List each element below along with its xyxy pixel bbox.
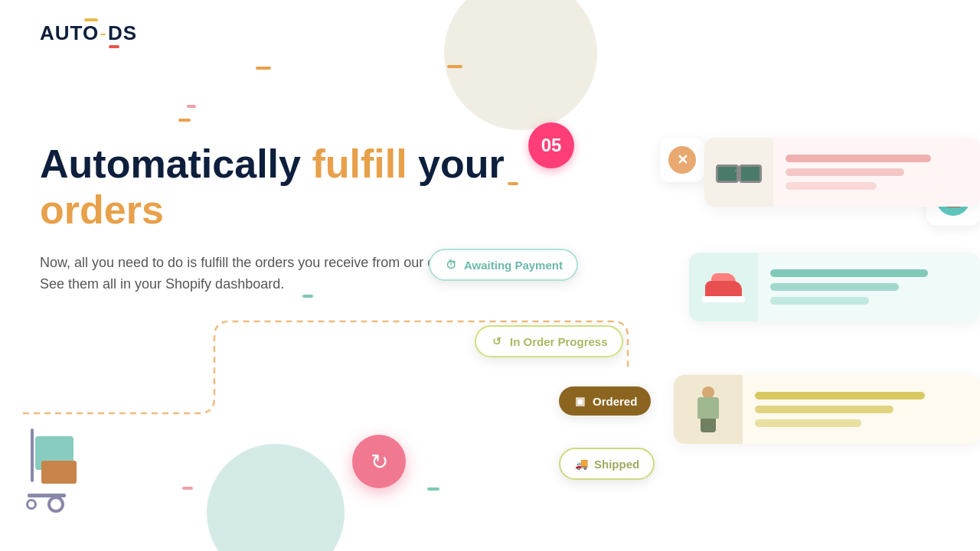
product-card-sunglasses: [704, 138, 980, 207]
deco-dash-3: [447, 65, 462, 68]
product-line-8: [755, 406, 893, 413]
refresh-icon: ↺: [490, 334, 504, 348]
product-line-5: [770, 283, 899, 291]
product-lines-2: [758, 260, 980, 314]
dolly-handle: [31, 429, 34, 482]
sneaker-sole: [702, 296, 745, 302]
ordered-label: Ordered: [593, 395, 637, 408]
x-icon: ✕: [677, 152, 688, 168]
shipped-label: Shipped: [594, 458, 639, 471]
deco-circle-large: [444, 0, 597, 130]
dolly-box2: [41, 461, 77, 484]
products-area: 05 ✕ 📋 ⏱ Awaiting Payment: [429, 122, 980, 551]
product-line-6: [770, 297, 869, 305]
status-awaiting-badge: ⏱ Awaiting Payment: [429, 249, 578, 281]
dolly-wheel-small: [26, 499, 37, 510]
logo-dash: -: [100, 21, 107, 44]
deco-dash-2: [178, 119, 191, 122]
sneaker-icon: [702, 272, 745, 302]
product-line-7: [755, 392, 925, 399]
x-circle-icon: ✕: [668, 146, 696, 174]
product-line-1: [786, 155, 931, 162]
hero-title-part1: Automatically: [40, 142, 312, 186]
product-lines-1: [773, 145, 980, 199]
awaiting-label: Awaiting Payment: [464, 259, 563, 272]
product-card-clothing: [674, 375, 980, 444]
logo: AUTO-DS: [40, 21, 137, 45]
hero-title-highlight: fulfill: [312, 142, 407, 186]
product-line-9: [755, 419, 861, 427]
clock-icon: ⏱: [444, 258, 458, 272]
sneakers-image: [689, 253, 758, 321]
logo-auto: AUTO: [40, 21, 99, 44]
clothing-image: [674, 375, 743, 444]
sunglasses-bridge: [735, 170, 743, 171]
hero-title-line2: orders: [40, 187, 164, 232]
person-legs: [701, 419, 716, 432]
sunglasses-icon: [716, 163, 762, 181]
in-progress-label: In Order Progress: [510, 335, 608, 348]
deco-dash-1: [256, 67, 271, 70]
status-shipped-badge: 🚚 Shipped: [559, 448, 655, 480]
logo-bar-top: [84, 18, 98, 21]
dolly-illustration: [15, 421, 115, 513]
product-line-4: [770, 269, 928, 277]
status-in-progress-badge: ↺ In Order Progress: [475, 325, 623, 357]
product-line-2: [786, 168, 904, 176]
product-lines-3: [743, 383, 980, 436]
sync-button[interactable]: ↻: [352, 435, 406, 488]
deco-dash-9: [182, 487, 193, 490]
deco-circle-teal: [207, 444, 345, 551]
deco-dash-6: [187, 105, 196, 108]
logo-ds: DS: [108, 21, 137, 44]
box-icon: ▣: [573, 394, 586, 408]
logo-bar-bottom: [109, 45, 119, 48]
dolly-wheel-large: [47, 496, 64, 513]
person-icon: [693, 386, 724, 432]
status-ordered-badge: ▣ Ordered: [559, 386, 651, 416]
logo-text: AUTO-DS: [40, 21, 137, 45]
step-badge: 05: [528, 122, 574, 168]
person-body: [697, 397, 719, 419]
step-number: 05: [541, 135, 562, 156]
product-card-sneakers: [689, 253, 980, 321]
product-line-3: [786, 182, 877, 190]
truck-icon: 🚚: [574, 457, 588, 471]
x-icon-card: ✕: [660, 138, 704, 182]
sunglasses-image: [704, 138, 773, 207]
sync-icon: ↻: [371, 449, 388, 474]
